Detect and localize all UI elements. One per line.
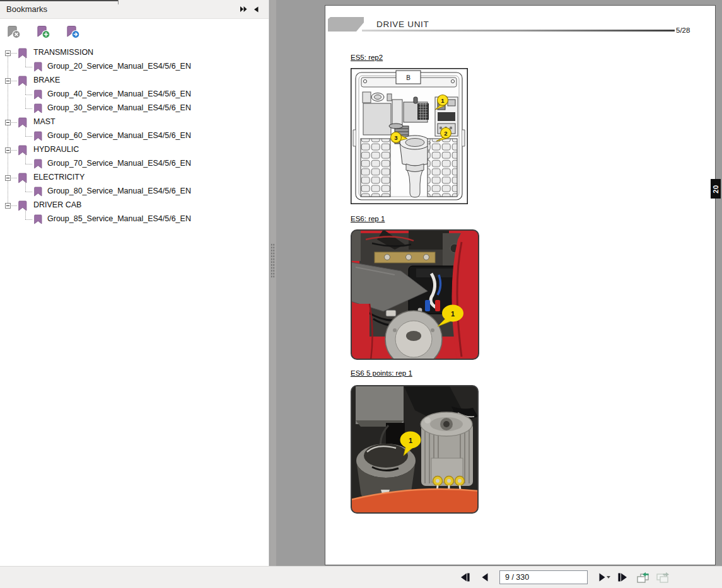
collapse-toggle-icon[interactable] [5, 175, 11, 181]
last-page-button[interactable] [614, 570, 631, 585]
bookmark-item[interactable]: Group_20_Service_Manual_ES4/5/6_EN [0, 60, 269, 74]
chapter-page-number: 5/28 [676, 26, 690, 34]
bookmark-label[interactable]: HYDRAULIC [32, 144, 81, 154]
bookmarks-panel-title: Bookmarks [6, 4, 237, 14]
bookmark-group-driver-cab[interactable]: DRIVER CAB [0, 199, 269, 212]
bookmark-item[interactable]: Group_80_Service_Manual_ES4/5/6_EN [0, 185, 269, 199]
collapse-toggle-icon[interactable] [5, 120, 11, 125]
bookmark-flag-icon [33, 103, 43, 113]
bookmark-item[interactable]: Group_30_Service_Manual_ES4/5/6_EN [0, 101, 269, 115]
figure-b-label: B [406, 74, 410, 81]
next-page-button[interactable] [594, 570, 610, 585]
bookmark-flag-icon [33, 131, 43, 141]
new-bookmark-icon[interactable] [36, 25, 51, 40]
bookmark-flag-icon [18, 145, 28, 156]
collapse-toggle-icon[interactable] [5, 50, 11, 56]
bookmark-group-brake[interactable]: BRAKE [0, 74, 269, 88]
collapse-toggle-icon[interactable] [5, 147, 11, 153]
panel-splitter[interactable] [270, 0, 276, 566]
previous-view-button[interactable] [634, 570, 651, 585]
page-navigation-bar [0, 566, 722, 588]
bookmarks-tree: TRANSMISSION Group_20_Service_Manual_ES4… [0, 42, 269, 226]
bookmark-label[interactable]: Group_30_Service_Manual_ES4/5/6_EN [45, 103, 193, 113]
collapse-toggle-icon[interactable] [5, 203, 11, 209]
goto-bookmark-icon[interactable] [66, 25, 81, 40]
chapter-edge-tab: 20 [711, 179, 721, 199]
pdf-reader-window: Bookmarks [0, 0, 722, 588]
bookmark-flag-icon [33, 159, 43, 169]
page-number-combobox[interactable] [499, 570, 588, 584]
bookmark-flag-icon [33, 187, 43, 197]
bookmark-label[interactable]: Group_80_Service_Manual_ES4/5/6_EN [45, 186, 193, 196]
bookmark-label[interactable]: Group_40_Service_Manual_ES4/5/6_EN [45, 89, 193, 99]
bookmark-label[interactable]: ELECTRICITY [32, 172, 86, 182]
pdf-page: DRIVE UNIT 5/28 ES5: rep2 B [325, 5, 716, 565]
expand-all-icon[interactable] [237, 4, 250, 15]
next-view-button [655, 570, 671, 585]
bookmark-label[interactable]: TRANSMISSION [32, 47, 95, 57]
bookmark-group-transmission[interactable]: TRANSMISSION [0, 46, 269, 60]
bookmark-flag-icon [18, 48, 28, 59]
callout-number: 1 [451, 310, 455, 318]
figure-es6-photo: 1 [351, 229, 479, 360]
bookmark-group-hydraulic[interactable]: HYDRAULIC [0, 143, 269, 157]
figure-caption: ES6 5 points: rep 1 [351, 369, 412, 377]
splitter-grip-handle[interactable] [271, 243, 275, 278]
figure-caption: ES5: rep2 [351, 54, 383, 61]
delete-bookmark-icon [6, 25, 21, 40]
bookmark-label[interactable]: Group_70_Service_Manual_ES4/5/6_EN [45, 158, 193, 168]
bookmark-item[interactable]: Group_85_Service_Manual_ES4/5/6_EN [0, 212, 269, 226]
bookmarks-panel-header: Bookmarks [0, 0, 269, 19]
bookmark-flag-icon [33, 89, 43, 100]
bookmark-flag-icon [18, 76, 28, 86]
bookmark-flag-icon [33, 62, 43, 72]
bookmark-item[interactable]: Group_60_Service_Manual_ES4/5/6_EN [0, 129, 269, 143]
collapse-panel-icon[interactable] [250, 4, 262, 15]
bookmark-flag-icon [18, 173, 28, 183]
callout-number: 1 [409, 437, 412, 444]
figure-caption: ES6: rep 1 [351, 215, 385, 222]
bookmark-label[interactable]: Group_60_Service_Manual_ES4/5/6_EN [45, 130, 193, 141]
bookmark-flag-icon [18, 117, 28, 128]
bookmark-flag-icon [18, 200, 28, 211]
bookmark-item[interactable]: Group_40_Service_Manual_ES4/5/6_EN [0, 88, 269, 101]
chapter-edge-tab-label: 20 [712, 185, 719, 193]
bookmark-label[interactable]: DRIVER CAB [32, 200, 83, 210]
callout-number: 1 [441, 97, 445, 104]
bookmark-label[interactable]: BRAKE [32, 75, 62, 85]
first-page-button[interactable] [457, 570, 473, 585]
figure-es6-5points-photo: 1 [351, 385, 479, 514]
bookmark-group-electricity[interactable]: ELECTRICITY [0, 171, 269, 185]
previous-page-button[interactable] [477, 570, 493, 585]
callout-number: 2 [444, 130, 447, 137]
page-title: DRIVE UNIT [376, 20, 429, 29]
bookmark-group-mast[interactable]: MAST [0, 115, 269, 129]
toolbar-edge-tick [118, 0, 119, 4]
header-rule [362, 30, 675, 32]
bookmark-label[interactable]: MAST [32, 117, 57, 127]
bookmark-label[interactable]: Group_20_Service_Manual_ES4/5/6_EN [45, 61, 193, 71]
toolbar-edge-artifact [0, 0, 118, 1]
bookmark-item[interactable]: Group_70_Service_Manual_ES4/5/6_EN [0, 157, 269, 171]
bookmarks-toolbar [0, 19, 269, 42]
bookmarks-panel: Bookmarks [0, 0, 269, 566]
bookmark-label[interactable]: Group_85_Service_Manual_ES4/5/6_EN [45, 214, 193, 224]
callout-number: 3 [394, 134, 397, 141]
bookmark-flag-icon [33, 214, 43, 224]
collapse-toggle-icon[interactable] [5, 78, 11, 84]
page-number-input[interactable] [500, 573, 607, 582]
figure-es5-drawing: B [351, 68, 468, 204]
header-tab-shape [328, 17, 364, 32]
